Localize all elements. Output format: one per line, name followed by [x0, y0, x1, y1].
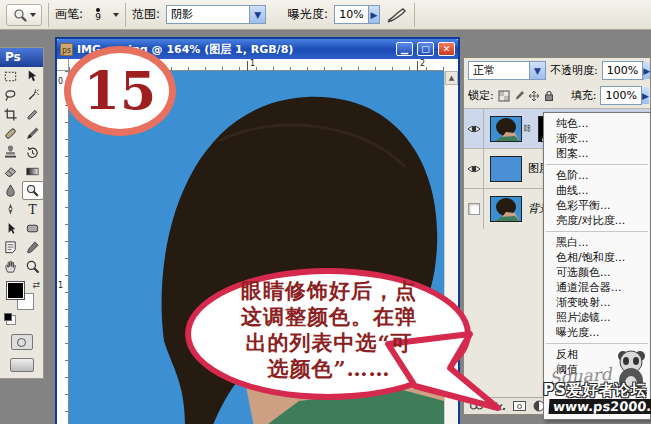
- menu-item-black-white[interactable]: 黑白...: [544, 235, 650, 250]
- tool-notes[interactable]: [0, 238, 22, 257]
- menu-item-color-balance[interactable]: 色彩平衡...: [544, 198, 650, 213]
- divider: [414, 3, 415, 27]
- tool-hand[interactable]: [0, 257, 22, 276]
- add-mask-icon[interactable]: [513, 401, 526, 411]
- scroll-up-icon[interactable]: ▲: [445, 71, 458, 85]
- menu-item-photo-filter[interactable]: 照片滤镜...: [544, 310, 650, 325]
- tool-brush[interactable]: [22, 124, 44, 143]
- layer-thumbnail[interactable]: [490, 116, 522, 142]
- tool-crop[interactable]: [0, 105, 22, 124]
- chevron-down-icon[interactable]: [113, 13, 119, 17]
- link-layers-icon[interactable]: [469, 401, 484, 411]
- menu-item-gradient[interactable]: 渐变...: [544, 131, 650, 146]
- minimize-button[interactable]: ▁: [396, 42, 413, 56]
- maximize-button[interactable]: □: [417, 42, 434, 56]
- speech-bubble-text: 眼睛修饰好后，点 这调整颜色。在弹 出的列表中选“可 选颜色”……: [196, 278, 462, 382]
- document-icon: ps: [60, 43, 73, 56]
- fill-input[interactable]: 100% ▶: [600, 86, 642, 105]
- opacity-input[interactable]: 100% ▶: [602, 61, 644, 80]
- lock-transparency-icon[interactable]: [498, 90, 510, 102]
- tool-shape[interactable]: [22, 219, 44, 238]
- tool-blur[interactable]: [0, 181, 22, 200]
- opacity-label: 不透明度:: [550, 63, 598, 78]
- ps-logo[interactable]: Ps: [0, 48, 43, 67]
- tool-history-brush[interactable]: [22, 143, 44, 162]
- photoshop-window: 画笔: 9 范围: 阴影 ▼ 曝光度: 10% ▶ Ps: [0, 0, 651, 424]
- visibility-toggle[interactable]: [464, 189, 484, 229]
- menu-item-gradient-map[interactable]: 渐变映射...: [544, 295, 650, 310]
- layer-thumbnail[interactable]: [490, 156, 522, 182]
- watermark-forum-name: PS爱好者论坛: [543, 381, 647, 400]
- tool-rectangular-marquee[interactable]: [0, 67, 22, 86]
- close-button[interactable]: ✕: [438, 42, 455, 56]
- fill-label: 填充:: [571, 88, 597, 103]
- exposure-input[interactable]: 10% ▶: [334, 5, 380, 24]
- step-number-badge: 15: [64, 46, 176, 136]
- dodge-tool-icon: [12, 7, 28, 23]
- watermark-url: www.ps2000.cn: [548, 399, 651, 414]
- menu-item-hue-saturation[interactable]: 色相/饱和度...: [544, 250, 650, 265]
- mask-link-icon: ⛓: [523, 124, 531, 133]
- eye-icon: [467, 123, 481, 135]
- visibility-toggle[interactable]: [464, 109, 484, 149]
- spin-arrow-icon[interactable]: ▶: [368, 6, 380, 23]
- tool-slice[interactable]: [22, 105, 44, 124]
- tool-move[interactable]: [22, 67, 44, 86]
- tool-grid: T: [0, 67, 43, 276]
- eye-icon: [467, 163, 481, 175]
- tool-healing-brush[interactable]: [0, 124, 22, 143]
- menu-item-selective-color[interactable]: 可选颜色...: [544, 265, 650, 280]
- tool-eraser[interactable]: [0, 162, 22, 181]
- menu-item-curves[interactable]: 曲线...: [544, 183, 650, 198]
- screen-mode-button[interactable]: [10, 358, 34, 372]
- layer-thumbnail[interactable]: [490, 196, 522, 222]
- airbrush-toggle-icon[interactable]: [386, 6, 408, 24]
- menu-item-pattern[interactable]: 图案...: [544, 146, 650, 161]
- tool-path-selection[interactable]: [0, 219, 22, 238]
- divider: [48, 3, 49, 27]
- menu-separator: [546, 164, 648, 165]
- eye-hidden-icon: [468, 203, 480, 215]
- lock-position-icon[interactable]: [528, 90, 540, 102]
- svg-text:T: T: [28, 203, 36, 217]
- brush-dot-icon: [96, 8, 100, 12]
- spin-arrow-icon[interactable]: ▶: [641, 87, 649, 104]
- layer-style-icon[interactable]: fx.: [491, 401, 506, 412]
- exposure-label: 曝光度:: [288, 6, 328, 23]
- quick-mask-icon: [17, 338, 26, 347]
- tool-lasso[interactable]: [0, 86, 22, 105]
- combo-arrow-icon[interactable]: ▼: [249, 6, 265, 23]
- tool-clone-stamp[interactable]: [0, 143, 22, 162]
- tool-type[interactable]: T: [22, 200, 44, 219]
- menu-item-channel-mixer[interactable]: 通道混合器...: [544, 280, 650, 295]
- tool-eyedropper[interactable]: [22, 238, 44, 257]
- chevron-down-icon: [30, 13, 36, 17]
- tool-preset-button[interactable]: [6, 4, 42, 26]
- menu-item-levels[interactable]: 色阶...: [544, 168, 650, 183]
- lock-all-icon[interactable]: [543, 90, 555, 102]
- tool-gradient[interactable]: [22, 162, 44, 181]
- spin-arrow-icon[interactable]: ▶: [642, 62, 650, 79]
- range-select[interactable]: 阴影 ▼: [166, 5, 266, 24]
- tool-magic-wand[interactable]: [22, 86, 44, 105]
- menu-item-solid-color[interactable]: 纯色...: [544, 116, 650, 131]
- menu-separator: [546, 231, 648, 232]
- combo-arrow-icon[interactable]: ▼: [529, 62, 545, 79]
- tool-dodge[interactable]: [22, 181, 44, 200]
- foreground-color-swatch[interactable]: [7, 282, 24, 299]
- tool-options-bar: 画笔: 9 范围: 阴影 ▼ 曝光度: 10% ▶: [0, 0, 651, 30]
- tool-pen[interactable]: [0, 200, 22, 219]
- lock-pixels-icon[interactable]: [513, 90, 525, 102]
- blend-mode-select[interactable]: 正常 ▼: [468, 61, 546, 80]
- menu-item-exposure[interactable]: 曝光度...: [544, 325, 650, 340]
- swap-colors-icon[interactable]: ⇄: [32, 280, 40, 290]
- brush-preview[interactable]: 9: [89, 8, 107, 22]
- lock-label: 锁定:: [468, 88, 494, 103]
- vertical-ruler[interactable]: 0 1 2: [57, 71, 69, 424]
- quick-mask-button[interactable]: [11, 334, 33, 350]
- menu-item-brightness-contrast[interactable]: 亮度/对比度...: [544, 213, 650, 228]
- tool-zoom[interactable]: [22, 257, 44, 276]
- default-colors-icon[interactable]: [4, 313, 12, 321]
- menu-separator: [546, 343, 648, 344]
- visibility-toggle[interactable]: [464, 149, 484, 189]
